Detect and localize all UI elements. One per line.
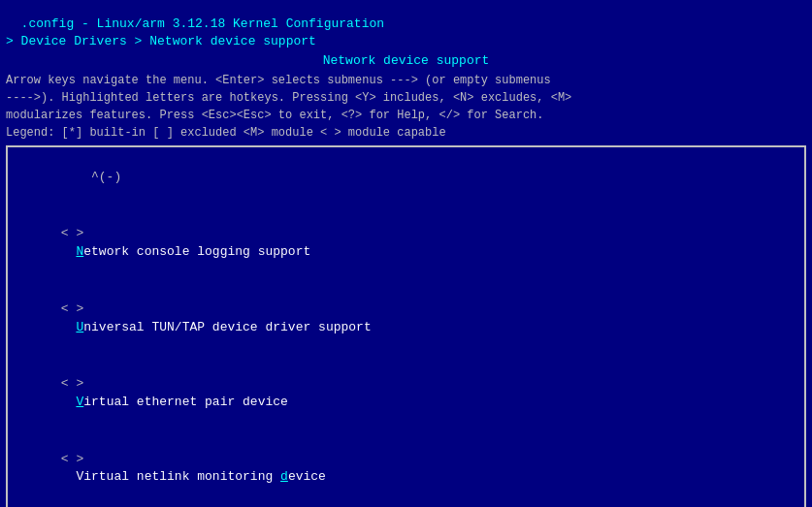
title-text: .config - Linux/arm 3.12.18 Kernel Confi… — [21, 16, 384, 31]
breadcrumb: > Device Drivers > Network device suppor… — [0, 33, 812, 49]
breadcrumb-text: > Device Drivers > Network device suppor… — [6, 34, 316, 48]
network-console-item[interactable]: < > Network console logging support — [8, 206, 804, 281]
section-title: Network device support — [6, 53, 806, 68]
top-marker-item: ^(-) — [8, 149, 804, 206]
help-line-1: Arrow keys navigate the menu. <Enter> se… — [6, 72, 806, 89]
veth-item[interactable]: < > Virtual ethernet pair device — [8, 356, 804, 430]
tun-tap-item[interactable]: < > Universal TUN/TAP device driver supp… — [8, 281, 804, 356]
help-line-2: ---->). Highlighted letters are hotkeys.… — [6, 89, 806, 107]
help-line-4: Legend: [*] built-in [ ] excluded <M> mo… — [6, 124, 806, 142]
main-container: Network device support Arrow keys naviga… — [0, 49, 812, 507]
help-text: Arrow keys navigate the menu. <Enter> se… — [6, 72, 806, 142]
vnetlink-item[interactable]: < > Virtual netlink monitoring device — [8, 431, 804, 506]
menu-box: ^(-) < > Network console logging support… — [6, 145, 806, 507]
title-bar: .config - Linux/arm 3.12.18 Kernel Confi… — [0, 0, 812, 33]
help-line-3: modularizes features. Press <Esc><Esc> t… — [6, 107, 806, 124]
